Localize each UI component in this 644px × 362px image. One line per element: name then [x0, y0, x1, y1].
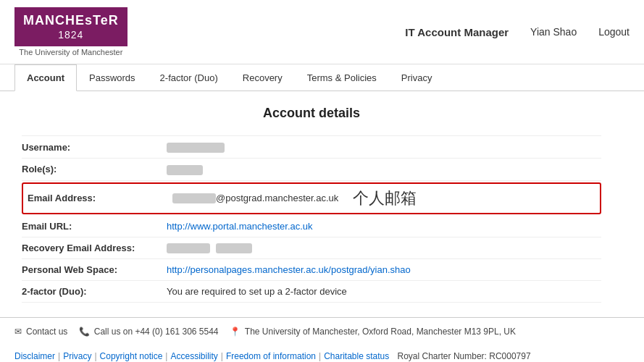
roles-label: Role(s):: [22, 164, 167, 174]
roles-value: [167, 164, 203, 175]
footer-charitable[interactable]: Charitable status: [324, 351, 389, 361]
footer-contact: ✉ Contact us 📞 Call us on +44 (0) 161 30…: [0, 317, 644, 345]
logout-link[interactable]: Logout: [598, 26, 630, 38]
email-url-value: http://www.portal.manchester.ac.uk: [167, 221, 313, 232]
main-content: Account details Username: Role(s): Email…: [0, 91, 623, 317]
app-title: IT Account Manager: [405, 26, 509, 38]
roles-blurred: [167, 165, 203, 175]
email-url-row: Email URL: http://www.portal.manchester.…: [22, 216, 601, 237]
footer-copyright[interactable]: Copyright notice: [100, 351, 163, 361]
tab-account[interactable]: Account: [14, 64, 77, 91]
header: MANCHEsTeR 1824 The University of Manche…: [0, 0, 644, 64]
email-domain: @postgrad.manchester.ac.uk: [216, 193, 338, 203]
tabs-bar: Account Passwords 2-factor (Duo) Recover…: [0, 64, 644, 91]
email-url-label: Email URL:: [22, 221, 167, 232]
personal-web-link[interactable]: http://personalpages.manchester.ac.uk/po…: [167, 264, 411, 275]
2factor-row: 2-factor (Duo): You are required to set …: [22, 281, 601, 303]
recovery-email-blurred1: [167, 243, 210, 253]
address-label: The University of Manchester, Oxford Roa…: [245, 327, 516, 337]
tab-terms[interactable]: Terms & Policies: [295, 64, 389, 91]
personal-web-value: http://personalpages.manchester.ac.uk/po…: [167, 264, 411, 275]
recovery-email-label: Recovery Email Address:: [22, 243, 167, 253]
logo-area: MANCHEsTeR 1824 The University of Manche…: [14, 7, 127, 56]
section-title: Account details: [22, 106, 601, 121]
username-row: Username:: [22, 135, 601, 159]
footer-accessibility[interactable]: Accessibility: [170, 351, 217, 361]
recovery-email-blurred2: [216, 243, 252, 253]
sep3: |: [165, 351, 167, 361]
roles-row: Role(s):: [22, 159, 601, 181]
sep5: |: [319, 351, 321, 361]
university-logo: MANCHEsTeR 1824: [14, 7, 127, 46]
email-row: Email Address: @postgrad.manchester.ac.u…: [22, 182, 601, 214]
personal-web-row: Personal Web Space: http://personalpages…: [22, 259, 601, 281]
logo-subtitle: The University of Manchester: [19, 48, 122, 56]
location-icon: 📍: [230, 327, 241, 337]
logo-name: MANCHEsTeR: [23, 13, 119, 29]
username-blurred: [167, 143, 225, 153]
phone-icon: 📞: [79, 327, 90, 337]
sep4: |: [221, 351, 223, 361]
footer-links: Disclaimer | Privacy | Copyright notice …: [0, 345, 644, 362]
user-name-link[interactable]: Yian Shao: [530, 26, 577, 38]
2factor-label: 2-factor (Duo):: [22, 286, 167, 297]
email-icon: ✉: [14, 327, 22, 337]
email-value: @postgrad.manchester.ac.uk: [172, 193, 338, 204]
tab-privacy[interactable]: Privacy: [389, 64, 445, 91]
footer-disclaimer[interactable]: Disclaimer: [14, 351, 55, 361]
contact-us-label: Contact us: [26, 327, 67, 337]
footer-privacy[interactable]: Privacy: [63, 351, 91, 361]
logo-year: 1824: [23, 29, 119, 41]
royal-charter: Royal Charter Number: RC000797: [398, 351, 531, 361]
sep2: |: [94, 351, 96, 361]
tab-passwords[interactable]: Passwords: [77, 64, 148, 91]
recovery-email-row: Recovery Email Address:: [22, 237, 601, 260]
header-nav: IT Account Manager Yian Shao Logout: [405, 26, 630, 38]
tab-recovery[interactable]: Recovery: [230, 64, 295, 91]
username-value: [167, 141, 225, 153]
username-label: Username:: [22, 142, 167, 153]
email-label: Email Address:: [28, 193, 172, 203]
email-url-link[interactable]: http://www.portal.manchester.ac.uk: [167, 221, 313, 232]
footer-freedom[interactable]: Freedom of information: [226, 351, 316, 361]
personal-web-label: Personal Web Space:: [22, 264, 167, 275]
2factor-value: You are required to set up a 2-factor de…: [167, 286, 347, 297]
tab-2factor[interactable]: 2-factor (Duo): [148, 64, 230, 91]
email-prefix-blurred: [172, 193, 216, 203]
phone-label: Call us on +44 (0) 161 306 5544: [94, 327, 219, 337]
sep1: |: [58, 351, 60, 361]
email-annotation: 个人邮箱: [353, 188, 417, 209]
recovery-email-value: [167, 243, 252, 254]
account-details-table: Username: Role(s): Email Address: @postg…: [22, 135, 601, 303]
